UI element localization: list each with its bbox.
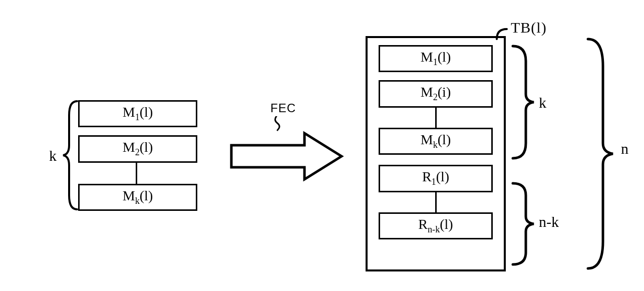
fec-label: FEC (270, 101, 296, 115)
arg: (l) (140, 104, 153, 120)
sym: R (422, 169, 432, 184)
right-n-label: n (621, 140, 628, 157)
right-nk-label: n-k (539, 213, 559, 230)
sub: k (135, 195, 140, 205)
ellipsis-line-icon (435, 108, 437, 128)
input-block-m2: M2(l) (78, 135, 197, 162)
sym: R (418, 216, 428, 232)
right-n-brace-icon (586, 36, 616, 271)
tb-label: TB(l) (511, 19, 547, 36)
arrow-icon (229, 125, 345, 189)
sub: k (433, 139, 438, 149)
ellipsis-line-icon (136, 163, 137, 184)
arg: (l) (140, 139, 153, 155)
arg: (l) (140, 188, 153, 203)
sub: 1 (135, 112, 140, 122)
sym: M (421, 84, 433, 100)
output-block-m2: M2(i) (379, 80, 493, 107)
sub: 1 (432, 177, 436, 187)
arg: (l) (438, 132, 451, 147)
sym: M (123, 104, 135, 120)
output-block-r1: R1(l) (379, 165, 493, 192)
output-block-mk: Mk(l) (379, 128, 493, 155)
sub: 2 (433, 92, 438, 102)
right-k-label: k (539, 94, 546, 111)
sym: M (421, 49, 433, 65)
right-k-brace-icon (511, 44, 536, 160)
sym: M (123, 188, 135, 203)
left-k-label: k (49, 147, 57, 164)
left-brace-icon (62, 100, 79, 210)
arg: (l) (438, 49, 451, 65)
input-block-m1: M1(l) (78, 100, 197, 127)
sub: 2 (135, 147, 140, 157)
arg: (i) (438, 84, 451, 100)
ellipsis-line-icon (435, 192, 437, 212)
diagram-root: k M1(l) M2(l) Mk(l) FEC (0, 0, 644, 291)
output-frame: M1(l) M2(i) Mk(l) R1(l) Rn-k(l) (366, 36, 506, 271)
sym: M (123, 139, 135, 155)
sub: n-k (428, 224, 440, 234)
sub: 1 (433, 57, 438, 67)
output-block-rnk: Rn-k(l) (379, 212, 493, 239)
right-nk-brace-icon (511, 181, 536, 266)
arg: (l) (436, 169, 449, 184)
arg: (l) (440, 216, 453, 232)
sym: M (421, 132, 433, 147)
input-stack: M1(l) M2(l) Mk(l) (78, 100, 194, 211)
input-block-mk: Mk(l) (78, 184, 197, 211)
output-block-m1: M1(l) (379, 45, 493, 72)
